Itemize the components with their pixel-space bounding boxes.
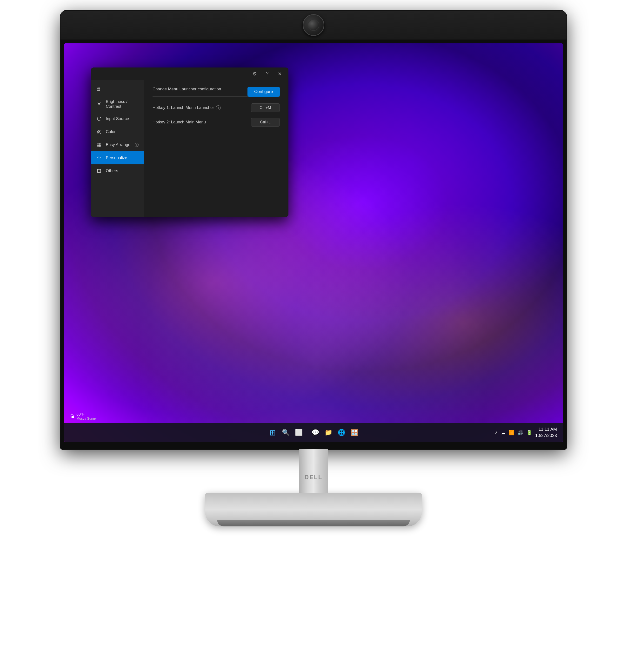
- hotkey1-text: Hotkey 1: Launch Menu Launcher: [152, 105, 214, 110]
- monitor-wrapper: ⚙ ? ✕ 🖥 ☀ Brightness / Co: [48, 10, 579, 662]
- taskbar-separator-1: [307, 428, 307, 437]
- hotkey2-text: Hotkey 2: Launch Main Menu: [152, 120, 206, 125]
- hotkey2-row: Hotkey 2: Launch Main Menu: [152, 118, 280, 126]
- others-icon: ⊞: [96, 168, 102, 174]
- wifi-icon: 📶: [508, 430, 514, 435]
- monitor-icon: 🖥: [91, 84, 144, 96]
- screen-bezel: ⚙ ? ✕ 🖥 ☀ Brightness / Co: [61, 40, 566, 449]
- base-front-edge: [217, 520, 410, 526]
- camera-module: [303, 14, 324, 36]
- sidebar-item-brightness-contrast[interactable]: ☀ Brightness / Contrast: [91, 96, 144, 112]
- brightness-label: Brightness / Contrast: [106, 99, 139, 109]
- easy-arrange-info-icon: i: [135, 143, 139, 147]
- sys-tray-expand-icon[interactable]: ∧: [495, 430, 498, 435]
- monitor-top-bar: [61, 10, 566, 40]
- taskbar: ⊞ 🔍 ⬜ 💬 📁 🌐 🪟 ∧ ☁ 📶 🔊: [64, 423, 563, 442]
- battery-icon: 🔋: [526, 430, 532, 435]
- ddm-popup-window[interactable]: ⚙ ? ✕ 🖥 ☀ Brightness / Co: [91, 68, 288, 217]
- taskbar-task-view-icon[interactable]: ⬜: [293, 427, 305, 438]
- easy-arrange-icon: ▦: [96, 142, 102, 148]
- sidebar-item-input-source[interactable]: ⬡ Input Source: [91, 112, 144, 125]
- hotkey1-row: Hotkey 1: Launch Menu Launcher i: [152, 103, 280, 112]
- taskbar-time-text: 11:11 AM: [535, 426, 557, 432]
- taskbar-explorer-icon[interactable]: 📁: [323, 427, 334, 438]
- hotkey2-label: Hotkey 2: Launch Main Menu: [152, 120, 206, 125]
- personalize-icon: ☆: [96, 155, 102, 161]
- taskbar-store-icon[interactable]: 🪟: [349, 427, 360, 438]
- hotkey1-info-icon[interactable]: i: [216, 105, 221, 110]
- taskbar-search-icon[interactable]: 🔍: [280, 427, 292, 438]
- hotkey1-label: Hotkey 1: Launch Menu Launcher i: [152, 105, 221, 110]
- easy-arrange-label: Easy Arrange: [106, 142, 130, 147]
- taskbar-date-text: 10/27/2023: [535, 433, 557, 439]
- taskbar-right: ∧ ☁ 📶 🔊 🔋 11:11 AM 10/27/2023: [495, 426, 557, 438]
- personalize-label: Personalize: [106, 155, 127, 160]
- volume-icon: 🔊: [517, 430, 523, 435]
- ddm-main-panel: Configure Change Menu Launcher configura…: [144, 80, 288, 217]
- input-source-label: Input Source: [106, 116, 129, 121]
- monitor-body: ⚙ ? ✕ 🖥 ☀ Brightness / Co: [61, 10, 566, 449]
- taskbar-clock[interactable]: 11:11 AM 10/27/2023: [535, 426, 557, 438]
- ddm-titlebar: ⚙ ? ✕: [91, 68, 288, 80]
- monitor-stand-base: [205, 493, 422, 526]
- sidebar-item-easy-arrange[interactable]: ▦ Easy Arrange i: [91, 138, 144, 151]
- input-source-icon: ⬡: [96, 116, 102, 122]
- weather-widget: 🌤 68°F Mostly Sunny: [70, 412, 97, 421]
- weather-temp: 68°F: [76, 412, 97, 416]
- hotkey2-input[interactable]: [251, 118, 280, 126]
- weather-desc: Mostly Sunny: [76, 416, 97, 421]
- taskbar-edge-icon[interactable]: 🌐: [336, 427, 347, 438]
- weather-icon: 🌤: [70, 414, 74, 419]
- help-icon[interactable]: ?: [263, 70, 271, 78]
- monitor-stand-neck: DELL: [299, 449, 328, 493]
- close-icon[interactable]: ✕: [276, 70, 284, 78]
- hotkey1-input[interactable]: [251, 103, 280, 112]
- camera-lens: [308, 19, 319, 31]
- ddm-sidebar: 🖥 ☀ Brightness / Contrast ⬡ Input Source: [91, 80, 144, 217]
- cloud-icon: ☁: [501, 430, 506, 435]
- desktop-background: ⚙ ? ✕ 🖥 ☀ Brightness / Co: [64, 43, 563, 442]
- color-icon: ◎: [96, 129, 102, 135]
- sidebar-item-personalize[interactable]: ☆ Personalize: [91, 151, 144, 164]
- dell-logo: DELL: [305, 474, 323, 481]
- screen: ⚙ ? ✕ 🖥 ☀ Brightness / Co: [64, 43, 563, 442]
- configure-button[interactable]: Configure: [247, 87, 280, 97]
- brightness-icon: ☀: [96, 101, 102, 107]
- sidebar-item-others[interactable]: ⊞ Others: [91, 164, 144, 177]
- ddm-content: 🖥 ☀ Brightness / Contrast ⬡ Input Source: [91, 80, 288, 217]
- settings-icon[interactable]: ⚙: [251, 70, 259, 78]
- others-label: Others: [106, 168, 118, 173]
- taskbar-chat-icon[interactable]: 💬: [310, 427, 321, 438]
- color-label: Color: [106, 129, 116, 134]
- weather-info: 68°F Mostly Sunny: [76, 412, 97, 421]
- sidebar-item-color[interactable]: ◎ Color: [91, 125, 144, 138]
- taskbar-windows-icon[interactable]: ⊞: [267, 427, 279, 438]
